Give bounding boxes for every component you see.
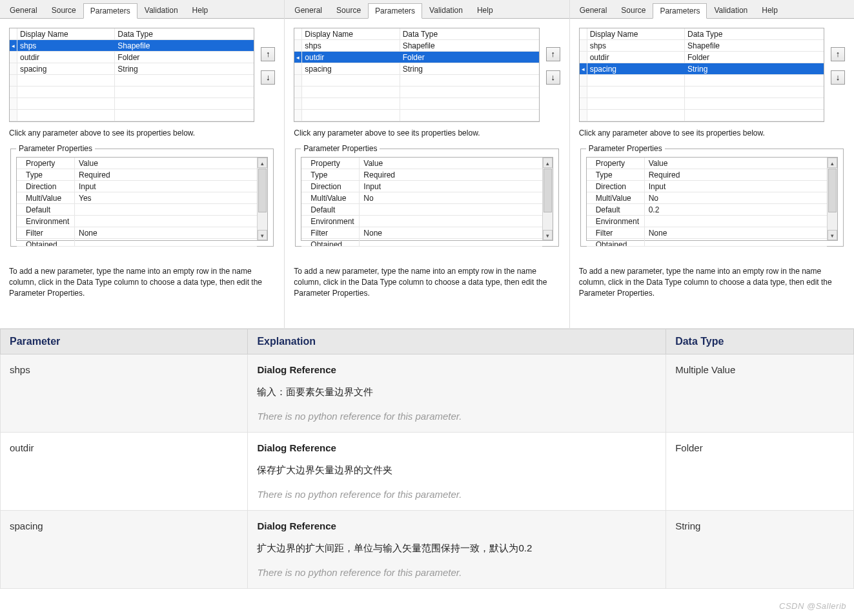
row-handle[interactable] xyxy=(580,110,587,121)
param-row[interactable]: ◂shpsShapefile xyxy=(10,40,254,52)
tab-validation[interactable]: Validation xyxy=(422,3,470,18)
prop-value[interactable] xyxy=(645,216,827,227)
param-name-cell[interactable] xyxy=(587,87,685,98)
prop-row[interactable]: Environment xyxy=(17,216,257,227)
prop-row[interactable]: FilterNone xyxy=(301,227,542,239)
prop-value[interactable]: Input xyxy=(360,181,542,192)
param-row[interactable] xyxy=(10,98,254,110)
prop-value[interactable] xyxy=(360,239,542,246)
prop-value[interactable] xyxy=(360,204,542,215)
move-down-button[interactable]: ↓ xyxy=(261,70,275,85)
row-handle[interactable]: ◂ xyxy=(294,52,302,63)
param-type-cell[interactable] xyxy=(400,75,539,86)
move-up-button[interactable]: ↑ xyxy=(261,47,275,61)
param-row[interactable] xyxy=(294,75,538,87)
prop-value[interactable]: Input xyxy=(645,181,827,192)
prop-row[interactable]: FilterNone xyxy=(587,227,827,239)
param-type-cell[interactable]: String xyxy=(400,63,539,74)
param-row[interactable]: spacingString xyxy=(294,63,538,75)
param-type-cell[interactable]: String xyxy=(685,63,824,74)
scroll-up-icon[interactable]: ▴ xyxy=(543,158,553,168)
param-name-cell[interactable] xyxy=(17,110,115,121)
param-type-cell[interactable] xyxy=(115,98,254,109)
prop-row[interactable]: TypeRequired xyxy=(587,169,827,181)
parameters-table[interactable]: Display NameData TypeshpsShapefileoutdir… xyxy=(579,28,824,122)
row-handle[interactable] xyxy=(294,40,302,51)
param-row[interactable] xyxy=(10,87,254,98)
param-type-cell[interactable]: Folder xyxy=(115,52,254,63)
row-handle[interactable] xyxy=(10,87,17,98)
move-down-button[interactable]: ↓ xyxy=(546,70,560,85)
tab-general[interactable]: General xyxy=(573,3,615,18)
tab-help[interactable]: Help xyxy=(470,3,500,18)
param-name-cell[interactable] xyxy=(587,98,685,109)
prop-value[interactable] xyxy=(75,204,257,215)
row-handle[interactable] xyxy=(294,63,302,74)
tab-general[interactable]: General xyxy=(287,3,329,18)
prop-row[interactable]: DirectionInput xyxy=(301,181,542,192)
prop-value[interactable]: Yes xyxy=(75,192,257,203)
param-row[interactable]: outdirFolder xyxy=(580,52,824,63)
param-row[interactable] xyxy=(294,87,538,98)
param-name-cell[interactable] xyxy=(17,75,115,86)
scroll-up-icon[interactable]: ▴ xyxy=(828,158,837,168)
param-type-cell[interactable]: Shapefile xyxy=(115,40,254,51)
param-name-cell[interactable] xyxy=(17,98,115,109)
scrollbar[interactable]: ▴▾ xyxy=(257,158,267,240)
parameters-table[interactable]: Display NameData TypeshpsShapefile◂outdi… xyxy=(294,28,539,122)
scroll-down-icon[interactable]: ▾ xyxy=(258,230,267,240)
row-handle[interactable] xyxy=(10,75,17,86)
param-name-cell[interactable] xyxy=(302,98,400,109)
row-handle[interactable] xyxy=(10,52,17,63)
param-row[interactable] xyxy=(294,110,538,121)
parameters-table[interactable]: Display NameData Type◂shpsShapefileoutdi… xyxy=(9,28,254,122)
param-type-cell[interactable] xyxy=(115,110,254,121)
prop-value[interactable]: Required xyxy=(75,169,257,180)
prop-value[interactable]: No xyxy=(645,192,827,203)
param-type-cell[interactable] xyxy=(400,87,539,98)
prop-row[interactable]: MultiValueYes xyxy=(17,192,257,204)
param-name-cell[interactable]: shps xyxy=(587,40,685,51)
param-name-cell[interactable] xyxy=(587,75,685,86)
param-name-cell[interactable] xyxy=(302,110,400,121)
scroll-thumb[interactable] xyxy=(828,169,837,212)
param-name-cell[interactable]: outdir xyxy=(302,52,400,63)
param-name-cell[interactable]: spacing xyxy=(302,63,400,74)
param-row[interactable] xyxy=(294,98,538,110)
scrollbar[interactable]: ▴▾ xyxy=(827,158,837,240)
row-handle[interactable] xyxy=(294,87,302,98)
prop-value[interactable]: None xyxy=(645,227,827,238)
prop-row[interactable]: Obtained from xyxy=(301,239,542,247)
prop-value[interactable] xyxy=(360,216,542,227)
prop-value[interactable] xyxy=(75,216,257,227)
tab-validation[interactable]: Validation xyxy=(137,3,185,18)
move-up-button[interactable]: ↑ xyxy=(831,47,845,61)
param-name-cell[interactable]: spacing xyxy=(587,63,685,74)
param-row[interactable]: ◂spacingString xyxy=(580,63,824,75)
param-name-cell[interactable]: shps xyxy=(17,40,115,51)
param-row[interactable] xyxy=(10,75,254,87)
prop-row[interactable]: Default0.2 xyxy=(587,204,827,216)
param-type-cell[interactable]: Folder xyxy=(685,52,824,63)
tab-general[interactable]: General xyxy=(3,3,45,18)
param-type-cell[interactable] xyxy=(400,110,539,121)
param-name-cell[interactable]: shps xyxy=(302,40,400,51)
prop-row[interactable]: MultiValueNo xyxy=(587,192,827,204)
param-row[interactable]: ◂outdirFolder xyxy=(294,52,538,63)
row-handle[interactable] xyxy=(294,110,302,121)
row-handle[interactable] xyxy=(10,98,17,109)
row-handle[interactable] xyxy=(294,75,302,86)
param-row[interactable] xyxy=(580,75,824,87)
prop-value[interactable] xyxy=(75,239,257,246)
param-name-cell[interactable] xyxy=(302,87,400,98)
prop-row[interactable]: TypeRequired xyxy=(301,169,542,181)
move-up-button[interactable]: ↑ xyxy=(546,47,560,61)
props-table[interactable]: PropertyValueTypeRequiredDirectionInputM… xyxy=(17,158,257,240)
scroll-up-icon[interactable]: ▴ xyxy=(258,158,267,168)
param-type-cell[interactable] xyxy=(685,98,824,109)
prop-row[interactable]: Default xyxy=(17,204,257,216)
prop-value[interactable]: Required xyxy=(360,169,542,180)
param-row[interactable]: outdirFolder xyxy=(10,52,254,63)
prop-row[interactable]: Obtained from xyxy=(587,239,827,247)
prop-row[interactable]: Obtained from xyxy=(17,239,257,247)
